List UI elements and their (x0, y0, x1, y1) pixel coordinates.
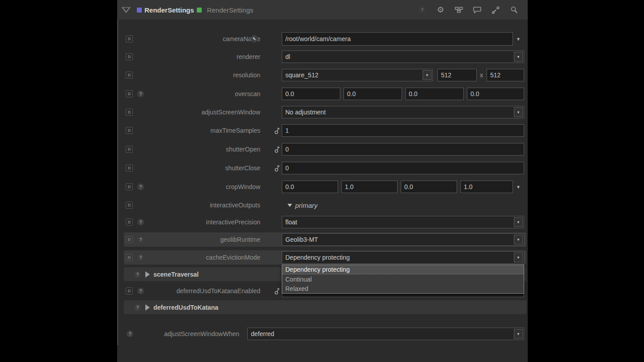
param-row-shutterOpen: shutterOpen 0 (117, 143, 528, 156)
cameraName-value: /root/world/cam/camera (285, 35, 351, 42)
param-row-maxTimeSamples: maxTimeSamples 1 (117, 124, 528, 137)
default-indicator-icon[interactable] (126, 72, 133, 79)
help-icon[interactable] (137, 184, 144, 190)
keyframe-icon[interactable] (274, 164, 280, 172)
param-label: cameraName (144, 32, 260, 46)
overscan-value-1: 0.0 (347, 90, 356, 97)
keyframe-icon[interactable] (274, 146, 280, 153)
cropWindow-value-2: 0.0 (404, 183, 413, 190)
default-indicator-icon[interactable] (126, 109, 133, 116)
interactiveOutputs-expander[interactable]: primary (288, 199, 318, 211)
collapse-triangle-icon[interactable] (122, 7, 131, 13)
node-tree-icon[interactable] (455, 6, 463, 14)
renderer-dropdown[interactable]: dl (282, 51, 524, 63)
overscan-value-3: 0.0 (470, 90, 479, 97)
group-deferredUsdToKatana[interactable]: deferredUsdToKatana (124, 300, 526, 314)
chevron-down-icon[interactable] (514, 253, 523, 262)
cacheEvictionMode-value: Dependency protecting (285, 254, 350, 261)
resolution-height-input[interactable]: 512 (487, 69, 524, 81)
chevron-down-icon (288, 204, 292, 207)
cropWindow-input-0[interactable]: 0.0 (282, 181, 338, 193)
expand-triangle-icon[interactable] (145, 304, 150, 311)
default-indicator-icon[interactable] (126, 183, 133, 190)
resolution-width-input[interactable]: 512 (437, 69, 477, 81)
cacheEvictionMode-option-list: Dependency protecting Continual Relaxed (282, 265, 524, 294)
param-row-interactiveOutputs: interactiveOutputs primary (117, 199, 528, 211)
help-icon[interactable] (134, 271, 141, 278)
param-label: interactiveOutputs (144, 199, 260, 211)
default-indicator-icon[interactable] (126, 236, 133, 243)
chevron-down-icon[interactable] (516, 185, 521, 189)
keyframe-icon[interactable] (274, 287, 280, 295)
param-label: shutterOpen (144, 143, 260, 156)
default-indicator-icon[interactable] (126, 202, 133, 209)
param-label: deferredUsdToKatanaEnabled (144, 285, 260, 297)
parameter-panel: RenderSettings RenderSettings ⚙ cameraNa… (117, 0, 528, 362)
help-icon[interactable] (137, 288, 144, 295)
param-label: interactivePrecision (144, 216, 260, 228)
cacheEvictionMode-dropdown[interactable]: Dependency protecting (282, 251, 524, 264)
param-row-renderer: renderer dl (117, 51, 528, 63)
adjustScreenWindowWhen-dropdown[interactable]: deferred (247, 328, 524, 340)
comment-icon[interactable] (473, 6, 481, 14)
resolution-height-value: 512 (490, 72, 500, 79)
resolution-preset-value: square_512 (285, 72, 318, 79)
gear-icon[interactable]: ⚙ (436, 6, 445, 14)
default-indicator-icon[interactable] (126, 254, 133, 261)
interactivePrecision-dropdown[interactable]: float (282, 216, 524, 228)
chevron-down-icon[interactable] (514, 217, 523, 227)
maxTimeSamples-input[interactable]: 1 (282, 124, 524, 137)
resolution-separator: x (480, 69, 483, 81)
chevron-down-icon[interactable] (516, 37, 521, 42)
overscan-input-3[interactable]: 0.0 (467, 88, 524, 100)
help-icon[interactable] (137, 91, 144, 97)
shutterOpen-value: 0 (285, 146, 289, 153)
help-icon[interactable] (418, 6, 426, 14)
help-icon[interactable] (137, 236, 144, 243)
node-name: RenderSettings (144, 6, 194, 14)
chevron-down-icon[interactable] (423, 70, 432, 80)
interactiveOutputs-value: primary (295, 202, 318, 209)
keyframe-icon[interactable] (274, 127, 280, 135)
help-icon[interactable] (137, 254, 144, 261)
wrench-icon[interactable] (491, 6, 500, 14)
shutterOpen-input[interactable]: 0 (282, 143, 524, 156)
scenegraph-location-icon[interactable] (250, 35, 258, 43)
chevron-down-icon[interactable] (514, 107, 523, 117)
adjustScreenWindow-dropdown[interactable]: No adjustment (282, 106, 524, 118)
default-indicator-icon[interactable] (126, 164, 133, 172)
cropWindow-input-1[interactable]: 1.0 (341, 181, 398, 193)
default-indicator-icon[interactable] (126, 90, 133, 97)
search-icon[interactable] (510, 6, 518, 14)
help-icon[interactable] (127, 331, 133, 337)
dropdown-item[interactable]: Relaxed (282, 284, 524, 293)
interactivePrecision-value: float (285, 219, 297, 226)
dropdown-item[interactable]: Continual (282, 274, 524, 284)
default-indicator-icon[interactable] (126, 219, 133, 226)
param-row-cropWindow: cropWindow 0.0 1.0 0.0 1.0 (117, 181, 528, 193)
adjustScreenWindowWhen-value: deferred (251, 330, 274, 337)
help-icon[interactable] (134, 304, 141, 311)
param-row-resolution: resolution square_512 512 x 512 (117, 69, 528, 81)
overscan-input-1[interactable]: 0.0 (343, 88, 402, 100)
default-indicator-icon[interactable] (126, 146, 133, 153)
default-indicator-icon[interactable] (126, 287, 133, 295)
cropWindow-input-3[interactable]: 1.0 (460, 181, 513, 193)
overscan-input-2[interactable]: 0.0 (405, 88, 464, 100)
default-indicator-icon[interactable] (126, 35, 133, 42)
param-row-adjustScreenWindowWhen: adjustScreenWindowWhen deferred (117, 328, 528, 340)
default-indicator-icon[interactable] (126, 127, 133, 134)
cropWindow-input-2[interactable]: 0.0 (401, 181, 457, 193)
cameraName-input[interactable]: /root/world/cam/camera (282, 32, 513, 46)
shutterClose-input[interactable]: 0 (282, 162, 524, 174)
expand-triangle-icon[interactable] (145, 271, 150, 278)
chevron-down-icon[interactable] (514, 329, 523, 339)
overscan-input-0[interactable]: 0.0 (282, 88, 340, 100)
dropdown-item[interactable]: Dependency protecting (282, 265, 524, 274)
chevron-down-icon[interactable] (514, 52, 523, 62)
geolibRuntime-dropdown[interactable]: Geolib3-MT (282, 233, 524, 246)
help-icon[interactable] (137, 219, 144, 226)
default-indicator-icon[interactable] (126, 53, 133, 60)
chevron-down-icon[interactable] (514, 235, 523, 244)
resolution-preset-dropdown[interactable]: square_512 (282, 69, 433, 81)
